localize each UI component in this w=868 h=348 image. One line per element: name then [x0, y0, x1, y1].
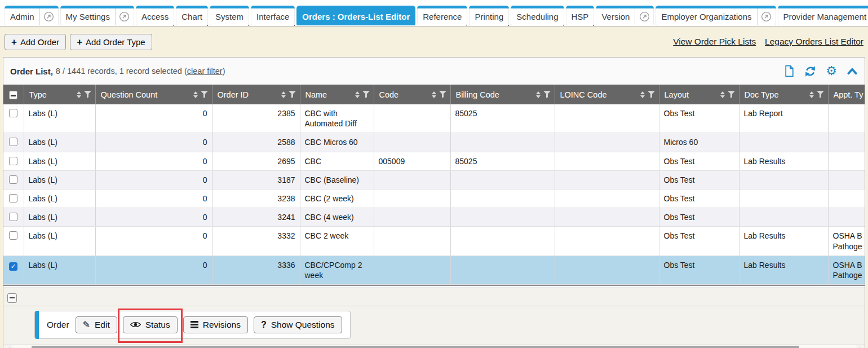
collapse-panel-icon[interactable] [847, 67, 858, 76]
table-row[interactable]: Labs (L)02385CBC with Automated Diff8502… [3, 104, 865, 133]
view-order-pick-lists-link[interactable]: View Order Pick Lists [673, 37, 756, 46]
row-checkbox[interactable]: ✓ [9, 262, 17, 271]
sort-icon[interactable] [720, 91, 725, 98]
popout-icon[interactable] [758, 11, 776, 22]
tab-hsp[interactable]: HSP [566, 6, 595, 25]
detail-toolbar-row: Order ✎ Edit Status Revisions ? Show Que… [3, 306, 865, 345]
filter-funnel-icon[interactable] [84, 91, 91, 98]
status-button[interactable]: Status [123, 316, 178, 333]
row-checkbox[interactable] [9, 213, 17, 221]
legacy-orders-list-editor-link[interactable]: Legacy Orders List Editor [765, 37, 863, 46]
sort-icon[interactable] [809, 91, 814, 98]
sort-icon[interactable] [432, 91, 436, 98]
sort-icon[interactable] [536, 91, 541, 98]
scroll-left-arrow[interactable] [3, 345, 12, 348]
tab-reference[interactable]: Reference [417, 6, 467, 25]
tab-chart[interactable]: Chart [176, 6, 208, 25]
edit-button[interactable]: ✎ Edit [76, 316, 117, 333]
row-checkbox[interactable] [9, 138, 17, 146]
tab-access[interactable]: Access [136, 6, 174, 25]
tab-scheduling[interactable]: Scheduling [511, 6, 564, 25]
revisions-button[interactable]: Revisions [183, 316, 248, 333]
scroll-right-arrow[interactable] [856, 345, 865, 348]
table-row[interactable]: Labs (L)03238CBC (2 week)Obs Test [3, 189, 865, 208]
filter-funnel-icon[interactable] [728, 91, 735, 98]
panel-actions: ⚙ [784, 65, 858, 77]
tab-version[interactable]: Version [596, 6, 654, 25]
sort-icon[interactable] [640, 91, 645, 98]
column-header-order-id[interactable]: Order ID [212, 85, 300, 104]
table-row[interactable]: Labs (L)03187CBC (Baseline)Obs Test [3, 170, 865, 189]
sort-icon[interactable] [281, 91, 286, 98]
sort-icon[interactable] [355, 91, 360, 98]
filter-funnel-icon[interactable] [201, 91, 208, 98]
popout-icon[interactable] [40, 11, 58, 22]
row-checkbox[interactable] [9, 175, 17, 184]
row-checkbox[interactable] [9, 231, 17, 240]
detail-group-label: Order [47, 320, 69, 330]
tab-my-settings[interactable]: My Settings [60, 6, 134, 25]
table-row[interactable]: ✓Labs (L)03336CBC/CPComp 2 weekObs TestL… [3, 256, 865, 284]
column-label: Type [29, 90, 74, 99]
cell-loinc-code [555, 227, 659, 256]
filter-funnel-icon[interactable] [362, 91, 370, 98]
tab-interface[interactable]: Interface [251, 6, 295, 25]
cell-doc-type: Lab Results [739, 227, 828, 256]
filter-funnel-icon[interactable] [439, 91, 446, 98]
scroll-thumb[interactable] [32, 346, 799, 348]
row-checkbox[interactable] [9, 194, 17, 202]
refresh-icon[interactable] [804, 65, 816, 77]
filter-funnel-icon[interactable] [648, 91, 655, 98]
popout-icon[interactable] [635, 11, 653, 22]
sort-icon[interactable] [77, 91, 81, 98]
table-row[interactable]: Labs (L)02588CBC Micros 60Micros 60 [3, 133, 865, 152]
tab-employer-organizations[interactable]: Employer Organizations [656, 6, 776, 25]
header-links: View Order Pick Lists Legacy Orders List… [666, 37, 863, 47]
select-all-header[interactable] [3, 85, 24, 104]
popout-icon[interactable] [116, 11, 134, 22]
sort-icon[interactable] [193, 91, 198, 98]
table-row[interactable]: Labs (L)03332CBC 2 weekObs TestLab Resul… [3, 227, 865, 256]
collapse-detail-button[interactable] [7, 293, 17, 303]
show-questions-button[interactable]: ? Show Questions [254, 316, 342, 333]
detail-section: Order ✎ Edit Status Revisions ? Show Que… [3, 288, 865, 345]
cell-type: Labs (L) [24, 170, 95, 189]
row-checkbox[interactable] [9, 109, 17, 117]
column-header-billing-code[interactable]: Billing Code [450, 85, 555, 104]
filter-funnel-icon[interactable] [543, 91, 551, 98]
table-row[interactable]: Labs (L)03241CBC (4 week)Obs Test [3, 208, 865, 227]
column-header-appt-ty[interactable]: Appt. Ty [828, 85, 865, 104]
gear-icon[interactable]: ⚙ [826, 65, 837, 77]
tab-provider-management[interactable]: Provider Management [778, 6, 868, 25]
column-header-name[interactable]: Name [300, 85, 374, 104]
cell-billing-code [450, 189, 555, 208]
cell-appt-ty [828, 170, 865, 189]
column-header-question-count[interactable]: Question Count [95, 85, 212, 104]
column-header-type[interactable]: Type [24, 85, 95, 104]
new-document-icon[interactable] [784, 65, 795, 77]
clear-filter-link[interactable]: clear filter [187, 67, 223, 76]
filter-funnel-icon[interactable] [289, 91, 296, 98]
column-header-loinc-code[interactable]: LOINC Code [555, 85, 659, 104]
table-row[interactable]: Labs (L)02695CBC00500985025Obs TestLab R… [3, 152, 865, 170]
select-all-checkbox[interactable] [9, 91, 17, 99]
tab-orders-orders-list-editor[interactable]: Orders : Orders-List Editor [296, 6, 415, 25]
column-header-code[interactable]: Code [374, 85, 450, 104]
column-header-layout[interactable]: Layout [659, 85, 739, 104]
horizontal-scrollbar[interactable] [3, 345, 865, 348]
column-header-doc-type[interactable]: Doc Type [739, 85, 828, 104]
tab-system[interactable]: System [210, 6, 249, 25]
add-order-type-button[interactable]: + Add Order Type [70, 34, 152, 50]
cell-order-id: 3187 [212, 170, 300, 189]
filter-funnel-icon[interactable] [817, 91, 824, 98]
row-checkbox-cell [3, 170, 24, 189]
row-checkbox[interactable] [9, 157, 17, 165]
cell-billing-code: 85025 [450, 104, 555, 133]
add-order-button[interactable]: + Add Order [5, 34, 66, 50]
cell-question-count: 0 [95, 152, 212, 170]
scroll-track[interactable] [12, 345, 856, 348]
tab-printing[interactable]: Printing [469, 6, 509, 25]
tab-label: HSP [566, 12, 594, 21]
cell-type: Labs (L) [24, 227, 95, 256]
tab-admin[interactable]: Admin [5, 6, 59, 25]
